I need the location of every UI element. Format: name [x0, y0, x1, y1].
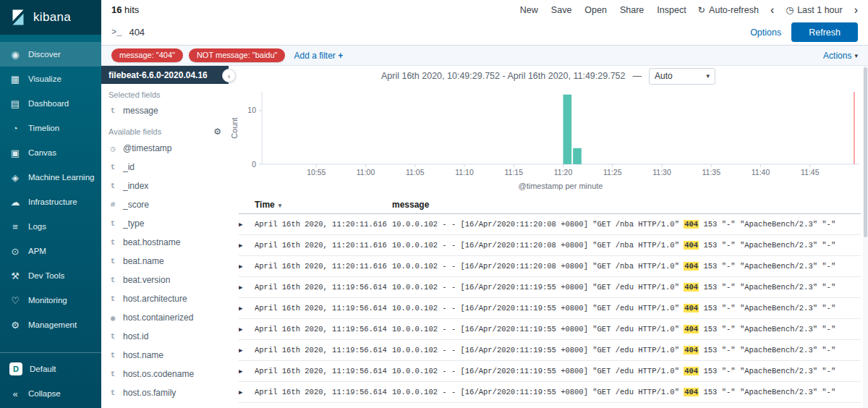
sidebar-item-logs[interactable]: ≡Logs	[0, 214, 101, 239]
save-button[interactable]: Save	[551, 5, 572, 15]
sidebar-item-infrastructure[interactable]: ☁Infrastructure	[0, 190, 101, 214]
field-type[interactable]: t_type	[101, 214, 229, 233]
topbar: 16 hits NewSaveOpenShareInspect ↻ Auto-r…	[101, 0, 868, 20]
refresh-button[interactable]: Refresh	[791, 22, 858, 42]
table-row: ▶April 16th 2020, 11:20:11.61610.0.0.102…	[239, 214, 861, 235]
field-type-t-icon: t	[109, 163, 117, 171]
kibana-logo-icon	[9, 9, 27, 26]
expand-row-icon[interactable]: ▶	[239, 242, 242, 250]
sidebar-item-dev-tools[interactable]: ⚒Dev Tools	[0, 263, 101, 288]
field-beat-version[interactable]: tbeat.version	[101, 271, 229, 289]
filter-pill[interactable]: NOT message: "baidu"	[189, 48, 286, 62]
dashboard-icon: ▤	[9, 98, 21, 109]
doc-table-body: ▶April 16th 2020, 11:20:11.61610.0.0.102…	[239, 214, 861, 408]
expand-row-icon[interactable]: ▶	[239, 263, 242, 271]
interval-select[interactable]: Auto ▾	[649, 68, 715, 85]
index-pattern-selector[interactable]: filebeat-6.6.0-2020.04.16	[101, 66, 229, 84]
sidebar-item-label: Discover	[28, 50, 61, 59]
expand-row-icon[interactable]: ▶	[239, 389, 242, 396]
x-tick-label: 11:00	[357, 168, 375, 177]
scrollbar-thumb[interactable]	[864, 67, 867, 237]
row-time: April 16th 2020, 11:19:56.614	[255, 319, 392, 340]
field-host-os-family[interactable]: thost.os.family	[101, 383, 229, 402]
row-time: April 16th 2020, 11:20:11.616	[255, 256, 392, 277]
field-id[interactable]: t_id	[101, 158, 229, 177]
sidebar-item-dashboard[interactable]: ▤Dashboard	[0, 91, 101, 116]
histogram-bar[interactable]	[563, 95, 572, 164]
field-beat-name[interactable]: tbeat.name	[101, 252, 229, 271]
expand-row-icon[interactable]: ▶	[239, 368, 242, 375]
inspect-button[interactable]: Inspect	[657, 5, 686, 15]
row-message: 10.0.0.102 - - [16/Apr/2020:11:19:55 +08…	[392, 403, 861, 408]
sidebar-item-machine-learning[interactable]: ◈Machine Learning	[0, 165, 101, 190]
time-back-button[interactable]: ‹	[770, 4, 774, 16]
sidebar-item-visualize[interactable]: ▦Visualize	[0, 67, 101, 91]
share-button[interactable]: Share	[620, 5, 644, 15]
field-settings-gear-icon[interactable]: ⚙	[213, 127, 221, 137]
field-host-architecture[interactable]: thost.architecture	[101, 289, 229, 308]
field-message[interactable]: tmessage	[101, 101, 229, 120]
sidebar-item-label: Infrastructure	[28, 197, 77, 206]
filter-pill[interactable]: message: "404"	[111, 48, 183, 62]
options-link[interactable]: Options	[750, 27, 781, 38]
vertical-scrollbar[interactable]	[863, 66, 868, 408]
kibana-logo[interactable]: kibana	[0, 0, 101, 35]
sidebar-item-collapse[interactable]: «Collapse	[0, 381, 101, 406]
sidebar: kibana ◉Discover▦Visualize▤Dashboard◔Tim…	[0, 0, 101, 408]
row-time: April 16th 2020, 11:19:56.614	[255, 298, 392, 319]
sidebar-item-timelion[interactable]: ◔Timelion	[0, 116, 101, 140]
add-filter-link[interactable]: Add a filter +	[294, 51, 343, 61]
time-range-picker[interactable]: ◷ Last 1 hour	[786, 4, 842, 15]
highlight-match: 404	[684, 325, 699, 333]
expand-row-icon[interactable]: ▶	[239, 305, 242, 313]
y-tick-label: 10	[247, 106, 256, 114]
dev-tools-icon: ⚒	[9, 271, 21, 281]
field-type-clock-icon: ◷	[109, 144, 117, 153]
field-type-boolean-icon: ◉	[109, 313, 117, 323]
expand-row-icon[interactable]: ▶	[239, 221, 242, 229]
sidebar-item-monitoring[interactable]: ♡Monitoring	[0, 288, 101, 313]
field-name: _score	[123, 200, 149, 210]
histogram-chart[interactable]: 01010:5511:0011:0511:1011:1511:2011:2511…	[229, 86, 868, 195]
highlight-match: 404	[684, 283, 699, 292]
expand-row-icon[interactable]: ▶	[239, 347, 242, 354]
field-host-os-codename[interactable]: thost.os.codename	[101, 365, 229, 383]
time-column-header[interactable]: Time▾	[255, 196, 392, 214]
sidebar-item-management[interactable]: ⚙Management	[0, 313, 101, 337]
sidebar-item-apm[interactable]: ⊙APM	[0, 239, 101, 263]
field-score[interactable]: #_score	[101, 195, 229, 214]
field-host-name[interactable]: thost.name	[101, 346, 229, 365]
sidebar-item-default[interactable]: DDefault	[0, 357, 101, 381]
field-index[interactable]: t_index	[101, 177, 229, 195]
topbar-actions: NewSaveOpenShareInspect	[520, 5, 686, 15]
open-button[interactable]: Open	[584, 5, 607, 15]
field-name: host.architecture	[123, 294, 187, 304]
filter-actions-link[interactable]: Actions ▾	[823, 51, 858, 61]
sidebar-item-canvas[interactable]: ▣Canvas	[0, 140, 101, 165]
histogram-bar[interactable]	[573, 148, 582, 164]
auto-refresh-button[interactable]: ↻ Auto-refresh	[698, 4, 759, 15]
time-forward-button[interactable]: ›	[854, 4, 858, 16]
field-name: host.containerized	[123, 313, 193, 323]
x-tick-label: 11:45	[801, 168, 820, 177]
available-fields-label: Available fields	[109, 127, 161, 136]
x-tick-label: 10:55	[307, 168, 326, 177]
highlight-match: 404	[684, 388, 699, 396]
field-host-id[interactable]: thost.id	[101, 327, 229, 346]
refresh-cycle-icon: ↻	[698, 4, 705, 15]
field-name: host.id	[123, 331, 148, 341]
field-name: beat.name	[123, 256, 164, 266]
collapse-fields-panel-button[interactable]: ‹	[222, 69, 236, 82]
field-timestamp[interactable]: ◷@timestamp	[101, 139, 229, 158]
row-time: April 16th 2020, 11:20:11.616	[255, 235, 392, 256]
field-beat-hostname[interactable]: tbeat.hostname	[101, 233, 229, 252]
expand-row-icon[interactable]: ▶	[239, 284, 242, 292]
search-input[interactable]	[129, 27, 743, 38]
field-host-containerized[interactable]: ◉host.containerized	[101, 308, 229, 327]
new-button[interactable]: New	[520, 5, 538, 15]
row-message: 10.0.0.102 - - [16/Apr/2020:11:19:55 +08…	[392, 298, 861, 319]
row-message: 10.0.0.102 - - [16/Apr/2020:11:20:08 +08…	[392, 214, 861, 235]
caret-down-icon: ▾	[706, 72, 710, 80]
sidebar-item-discover[interactable]: ◉Discover	[0, 42, 101, 67]
expand-row-icon[interactable]: ▶	[239, 326, 242, 333]
